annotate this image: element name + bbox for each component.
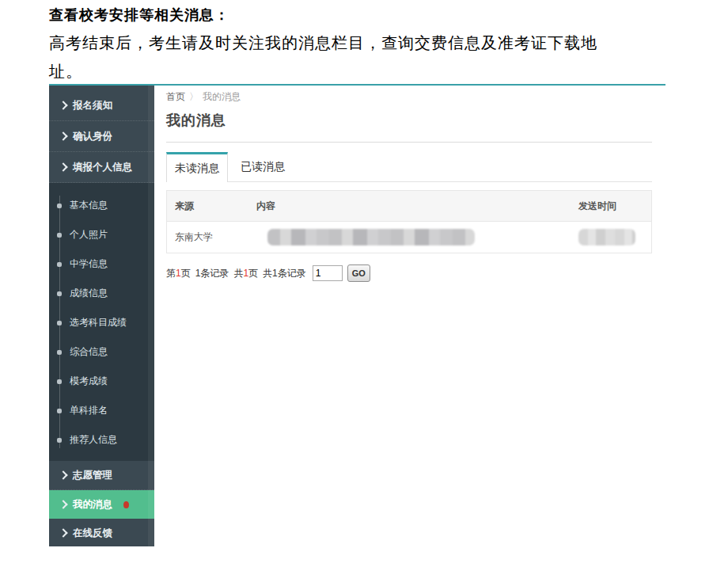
sidebar-item-label: 确认身份 xyxy=(73,130,112,143)
sidebar-subitem-recommender-info[interactable]: 推荐人信息 xyxy=(49,425,154,455)
chevron-right-icon xyxy=(59,131,67,140)
unread-badge-icon xyxy=(123,501,129,508)
bullet-dot-icon xyxy=(57,233,62,238)
bullet-dot-icon xyxy=(57,379,62,384)
sidebar-item-enroll-notice[interactable]: 报名须知 xyxy=(49,90,154,121)
tab-bar: 未读消息 已读消息 xyxy=(166,152,652,182)
breadcrumb-current: 我的消息 xyxy=(203,90,241,104)
sidebar-item-online-feedback[interactable]: 在线反馈 xyxy=(49,519,154,548)
sidebar-item-label: 报名须知 xyxy=(73,99,112,112)
bullet-dot-icon xyxy=(57,321,62,325)
pagination-total-records: 共1条记录 xyxy=(263,267,306,280)
sidebar-subitem-elective-subject-scores[interactable]: 选考科目成绩 xyxy=(49,308,154,337)
intro-body: 高考结束后，考生请及时关注我的消息栏目，查询交费信息及准考证下载地址。 xyxy=(49,29,609,86)
pagination-text: 第 xyxy=(166,267,176,280)
bullet-dot-icon xyxy=(57,438,62,443)
pagination: 第 1 页 1条记录 共 1 页 共1条记录 GO xyxy=(166,264,652,282)
messages-table: 来源 内容 发送时间 东南大学 xyxy=(166,190,652,253)
bullet-dot-icon xyxy=(57,204,62,208)
pagination-record-count: 1条记录 xyxy=(195,267,229,280)
sidebar-subitem-label: 个人照片 xyxy=(70,228,108,242)
page-title: 我的消息 xyxy=(166,111,652,143)
tab-unread-messages[interactable]: 未读消息 xyxy=(166,152,228,182)
sidebar-item-my-messages[interactable]: 我的消息 xyxy=(49,490,154,519)
sidebar-subitem-label: 中学信息 xyxy=(70,257,108,271)
sidebar-item-fill-personal-info[interactable]: 填报个人信息 xyxy=(49,152,154,183)
go-button[interactable]: GO xyxy=(347,264,370,282)
table-row[interactable]: 东南大学 xyxy=(167,222,651,253)
sidebar-subitem-label: 基本信息 xyxy=(70,199,108,212)
sidebar-subitem-score-info[interactable]: 成绩信息 xyxy=(49,279,154,308)
chevron-right-icon xyxy=(59,101,67,109)
table-header-row: 来源 内容 发送时间 xyxy=(167,191,651,222)
sidebar-subitem-label: 成绩信息 xyxy=(70,287,108,300)
sidebar: 报名须知 确认身份 填报个人信息 基本信息 个人照片 xyxy=(49,86,154,546)
chevron-right-icon xyxy=(59,500,67,508)
pagination-current-page: 1 xyxy=(176,268,181,279)
intro-heading: 查看校考安排等相关消息： xyxy=(49,5,627,25)
message-source: 东南大学 xyxy=(167,230,252,244)
redacted-send-time xyxy=(578,229,635,245)
page-jump-input[interactable] xyxy=(313,265,343,281)
chevron-right-icon xyxy=(59,528,67,537)
intro-note: 查看校考安排等相关消息： 高考结束后，考生请及时关注我的消息栏目，查询交费信息及… xyxy=(49,5,627,86)
column-header-source: 来源 xyxy=(167,200,252,213)
sidebar-subitem-school-info[interactable]: 中学信息 xyxy=(49,249,154,279)
bullet-dot-icon xyxy=(57,409,62,413)
sidebar-item-application-management[interactable]: 志愿管理 xyxy=(49,461,154,490)
sidebar-item-confirm-identity[interactable]: 确认身份 xyxy=(49,121,154,152)
sidebar-subitem-label: 推荐人信息 xyxy=(70,433,117,447)
sidebar-subitem-label: 综合信息 xyxy=(70,345,108,359)
bullet-dot-icon xyxy=(57,262,62,267)
breadcrumb-separator: 〉 xyxy=(189,90,199,104)
chevron-right-icon xyxy=(59,162,67,171)
chevron-right-icon xyxy=(59,470,67,479)
pagination-total-pages: 1 xyxy=(243,268,248,279)
sidebar-bottom-group: 志愿管理 我的消息 在线反馈 xyxy=(49,461,154,548)
sidebar-item-label: 在线反馈 xyxy=(73,527,112,540)
sidebar-subitem-label: 模考成绩 xyxy=(70,375,108,388)
sidebar-subitem-label: 选考科目成绩 xyxy=(70,316,127,329)
sidebar-subitem-mock-exam-scores[interactable]: 模考成绩 xyxy=(49,367,154,396)
sidebar-item-label: 我的消息 xyxy=(73,498,112,512)
sidebar-top-group: 报名须知 确认身份 填报个人信息 xyxy=(49,86,154,183)
column-header-content: 内容 xyxy=(252,200,572,213)
message-content-cell xyxy=(252,229,572,245)
pagination-text: 页 xyxy=(181,267,191,280)
page: 查看校考安排等相关消息： 高考结束后，考生请及时关注我的消息栏目，查询交费信息及… xyxy=(0,0,728,567)
sidebar-subitem-basic-info[interactable]: 基本信息 xyxy=(49,191,154,220)
sidebar-subitem-label: 单科排名 xyxy=(70,404,108,417)
tab-read-messages[interactable]: 已读消息 xyxy=(233,152,293,181)
bullet-dot-icon xyxy=(57,350,62,355)
breadcrumb-home-link[interactable]: 首页 xyxy=(166,90,185,104)
main-content: 首页 〉 我的消息 我的消息 未读消息 已读消息 来源 内容 发送时间 东南大学 xyxy=(166,90,652,282)
column-header-send-time: 发送时间 xyxy=(572,200,651,213)
breadcrumb: 首页 〉 我的消息 xyxy=(166,90,652,103)
redacted-message-content xyxy=(267,229,475,245)
pagination-text: 页 xyxy=(248,267,258,280)
bullet-dot-icon xyxy=(57,291,62,296)
sidebar-subitem-personal-photo[interactable]: 个人照片 xyxy=(49,220,154,249)
sidebar-subitem-comprehensive-info[interactable]: 综合信息 xyxy=(49,337,154,367)
message-time-cell xyxy=(572,229,651,245)
sidebar-subitem-single-subject-ranking[interactable]: 单科排名 xyxy=(49,396,154,425)
pagination-text: 共 xyxy=(233,267,243,280)
sidebar-submenu: 基本信息 个人照片 中学信息 成绩信息 选考科目成绩 综合信息 xyxy=(49,183,154,461)
sidebar-item-label: 志愿管理 xyxy=(73,469,112,482)
sidebar-item-label: 填报个人信息 xyxy=(73,161,132,174)
